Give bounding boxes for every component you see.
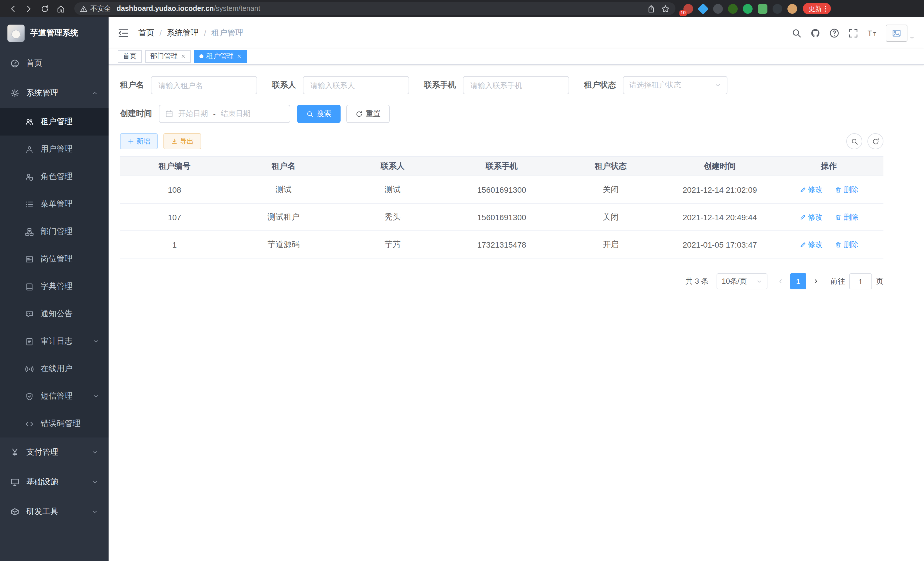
- gear-icon: [10, 89, 20, 98]
- table-row: 108 测试 测试 15601691300 关闭 2021-12-14 21:0…: [120, 176, 884, 203]
- edit-link[interactable]: 修改: [799, 184, 823, 195]
- phone-input[interactable]: [463, 76, 569, 94]
- pencil-icon: [799, 241, 806, 248]
- next-page-button[interactable]: [808, 273, 824, 289]
- status-label: 租户状态: [584, 80, 616, 90]
- extension-icon-7[interactable]: [772, 4, 782, 14]
- forward-button[interactable]: [22, 2, 35, 15]
- sidebar-item-dev-tools[interactable]: 研发工具: [0, 497, 109, 527]
- trash-icon: [835, 214, 842, 220]
- close-icon[interactable]: [181, 54, 186, 59]
- edit-link[interactable]: 修改: [799, 212, 823, 222]
- user-icon: [25, 145, 34, 153]
- pencil-icon: [799, 186, 806, 193]
- dashboard-icon: [10, 59, 20, 68]
- url-path: /system/tenant: [214, 5, 260, 13]
- prev-page-button[interactable]: [773, 273, 788, 289]
- browser-home-button[interactable]: [54, 2, 68, 15]
- fullscreen-icon[interactable]: [848, 28, 858, 38]
- sidebar-item-sms-management[interactable]: 短信管理: [0, 383, 109, 410]
- sidebar-item-home[interactable]: 首页: [0, 49, 109, 78]
- sidebar-item-post-management[interactable]: 岗位管理: [0, 245, 109, 273]
- cell-created: 2021-12-14 21:02:09: [665, 176, 774, 203]
- extension-icon-2[interactable]: [698, 3, 709, 14]
- extension-icon-4[interactable]: [728, 4, 738, 14]
- breadcrumb-home[interactable]: 首页: [138, 28, 154, 38]
- browser-update-button[interactable]: 更新: [803, 3, 831, 14]
- kebab-menu-icon[interactable]: [822, 5, 829, 12]
- sidebar-item-tenant-management[interactable]: 租户管理: [0, 108, 109, 135]
- bookmark-star-icon[interactable]: [661, 4, 670, 13]
- status-select[interactable]: 请选择租户状态: [623, 76, 728, 94]
- breadcrumb-system[interactable]: 系统管理: [167, 28, 199, 38]
- sidebar-item-system-management[interactable]: 系统管理: [0, 78, 109, 108]
- contact-label: 联系人: [272, 80, 296, 90]
- help-icon[interactable]: [829, 28, 839, 38]
- sidebar-item-audit-log[interactable]: 审计日志: [0, 328, 109, 355]
- github-icon[interactable]: [810, 28, 820, 38]
- sidebar-item-online-users[interactable]: 在线用户: [0, 355, 109, 383]
- reload-button[interactable]: [38, 2, 51, 15]
- page-size-select[interactable]: 10条/页: [717, 273, 767, 289]
- logo-area[interactable]: 芋道管理系统: [0, 17, 109, 49]
- goto-page-input[interactable]: [849, 273, 872, 289]
- back-button[interactable]: [6, 2, 20, 15]
- top-header: 首页 / 系统管理 / 租户管理: [109, 17, 924, 49]
- tags-view-bar: 首页 部门管理 租户管理: [109, 49, 924, 65]
- monitor-icon: [10, 478, 20, 487]
- profile-avatar-icon[interactable]: [788, 4, 797, 14]
- chevron-up-icon: [92, 90, 98, 97]
- cell-contact: 芋艿: [338, 231, 447, 258]
- delete-link[interactable]: 删除: [835, 184, 859, 195]
- tab-dept-management[interactable]: 部门管理: [145, 50, 191, 63]
- extension-icon-5[interactable]: [743, 4, 753, 14]
- sidebar-item-notice[interactable]: 通知公告: [0, 300, 109, 328]
- browser-window: 不安全 dashboard.yudao.iocoder.cn/system/te…: [0, 0, 924, 561]
- contact-input[interactable]: [303, 76, 409, 94]
- add-button[interactable]: 新增: [120, 133, 158, 149]
- export-button[interactable]: 导出: [164, 133, 201, 149]
- tab-home[interactable]: 首页: [118, 50, 142, 63]
- yen-icon: [10, 448, 20, 457]
- cell-tenant-name: 测试: [229, 176, 338, 203]
- sidebar-item-dict-management[interactable]: 字典管理: [0, 273, 109, 300]
- sidebar-item-error-code-management[interactable]: 错误码管理: [0, 410, 109, 438]
- chevron-down-icon: [714, 82, 721, 89]
- reset-button[interactable]: 重置: [346, 105, 390, 123]
- sidebar-item-dept-management[interactable]: 部门管理: [0, 218, 109, 245]
- tab-tenant-management[interactable]: 租户管理: [194, 50, 247, 63]
- log-icon: [25, 337, 34, 346]
- user-avatar-menu[interactable]: [886, 24, 915, 41]
- id-card-icon: [25, 255, 34, 263]
- delete-link[interactable]: 删除: [835, 239, 859, 250]
- sidebar-item-menu-management[interactable]: 菜单管理: [0, 190, 109, 218]
- sidebar-item-role-management[interactable]: 角色管理: [0, 163, 109, 190]
- sidebar-item-user-management[interactable]: 用户管理: [0, 135, 109, 163]
- page-number-1[interactable]: 1: [790, 273, 806, 289]
- extension-icon-1[interactable]: 10: [683, 4, 693, 14]
- search-button[interactable]: 搜索: [297, 105, 340, 123]
- chevron-right-icon: [813, 278, 819, 285]
- logo-image: [8, 24, 25, 41]
- edit-link[interactable]: 修改: [799, 239, 823, 250]
- toggle-search-button[interactable]: [846, 133, 862, 149]
- phone-label: 联系手机: [424, 80, 456, 90]
- security-indicator[interactable]: 不安全: [80, 4, 111, 14]
- delete-link[interactable]: 删除: [835, 212, 859, 222]
- warning-icon: [80, 5, 87, 12]
- extension-icon-3[interactable]: [713, 4, 723, 14]
- tenant-table: 租户编号 租户名 联系人 联系手机 租户状态 创建时间 操作 1: [120, 156, 884, 259]
- extension-icon-6[interactable]: [758, 4, 767, 14]
- font-size-icon[interactable]: [867, 28, 877, 38]
- sidebar-item-infrastructure[interactable]: 基础设施: [0, 467, 109, 497]
- refresh-table-button[interactable]: [867, 133, 884, 149]
- sidebar-collapse-icon[interactable]: [118, 27, 129, 39]
- tenant-name-label: 租户名: [120, 80, 144, 90]
- tenant-name-input[interactable]: [151, 76, 257, 94]
- header-search-icon[interactable]: [791, 28, 802, 38]
- share-icon[interactable]: [647, 4, 656, 13]
- sidebar-item-payment-management[interactable]: 支付管理: [0, 438, 109, 467]
- address-bar[interactable]: 不安全 dashboard.yudao.iocoder.cn/system/te…: [74, 2, 675, 15]
- close-icon[interactable]: [237, 54, 242, 59]
- date-range-picker[interactable]: 开始日期 - 结束日期: [159, 105, 290, 123]
